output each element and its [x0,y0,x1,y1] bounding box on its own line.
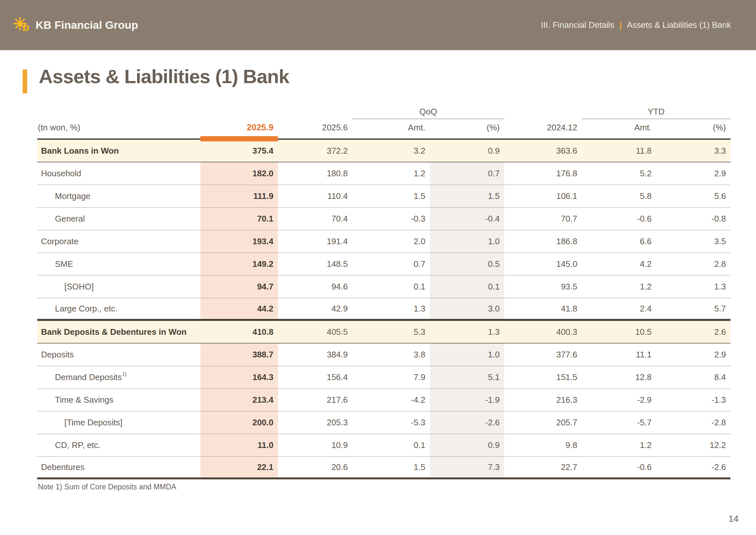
cell-value: -4.2 [352,389,430,411]
cell-value: 1.2 [582,276,656,298]
cell-value: 106.1 [504,185,582,207]
breadcrumb: III. Financial Details | Assets & Liabil… [541,20,731,30]
cell-value: 5.2 [582,162,656,185]
row-label-text: Large Corp., etc. [55,304,118,314]
row-label-text: Mortgage [55,191,91,201]
cell-value: -2.6 [656,457,730,477]
cell-value: 1.5 [430,185,504,207]
cell-value: 405.5 [278,321,352,343]
table-row: Demand Deposits1)164.3156.47.95.1151.512… [37,366,730,389]
title-accent-bar [23,70,27,94]
column-header-qoq-amt: Amt. [352,123,430,133]
kb-logo: ✳ b KB Financial Group [13,16,138,35]
cell-value: 0.7 [430,162,504,185]
footnote: Note 1) Sum of Core Deposits and MMDA [38,483,176,491]
cell-value: 200.0 [201,411,278,434]
column-header-2024-12: 2024.12 [504,123,582,133]
table-row: Large Corp., etc.44.242.91.33.041.82.45.… [37,298,730,321]
cell-value: 70.4 [278,208,352,230]
cell-value: 176.8 [504,162,582,185]
cell-value: -0.6 [582,457,656,477]
cell-value: 0.9 [430,140,504,162]
breadcrumb-section: III. Financial Details [541,20,614,30]
cell-value: 3.2 [352,140,430,162]
table-row: SME149.2148.50.70.5145.04.22.8 [37,253,730,276]
row-label-text: SME [55,259,73,269]
cell-value: -0.4 [430,208,504,230]
page-title: Assets & Liabilities (1) Bank [39,65,289,88]
cell-value: 5.3 [352,321,430,343]
row-label: Mortgage [37,185,201,207]
cell-value: 10.5 [582,321,656,343]
cell-value: 145.0 [504,253,582,275]
table-row: Household182.0180.81.20.7176.85.22.9 [37,162,730,185]
cell-value: 94.6 [278,276,352,298]
row-label-text: CD, RP, etc. [55,440,100,450]
cell-value: 42.9 [278,298,352,319]
row-label-text: [SOHO] [64,282,94,292]
row-label: Bank Deposits & Debentures in Won [37,321,201,343]
cell-value: 384.9 [278,344,352,366]
cell-value: 22.7 [504,457,582,477]
header-bar: ✳ b KB Financial Group III. Financial De… [0,0,756,50]
cell-value: 70.7 [504,208,582,230]
cell-value: 5.1 [430,366,504,388]
cell-value: 3.3 [656,140,730,162]
row-label-text: Deposits [41,350,74,360]
row-label: Demand Deposits1) [37,366,201,388]
cell-value: 205.3 [278,411,352,434]
cell-value: 0.1 [430,276,504,298]
cell-value: 10.9 [278,434,352,456]
cell-value: 110.4 [278,185,352,207]
cell-value: 0.1 [352,434,430,456]
unit-label: (tn won, %) [37,123,201,133]
row-label: Bank Loans in Won [37,140,201,162]
logo-text: KB Financial Group [36,19,138,31]
cell-value: 9.8 [504,434,582,456]
row-label-text: Time & Savings [55,395,114,405]
cell-value: 216.3 [504,389,582,411]
cell-value: 11.0 [201,434,278,456]
column-header-2025-9: 2025.9 [201,123,278,133]
cell-value: 4.2 [582,253,656,275]
cell-value: -2.8 [656,411,730,434]
table-row: Debentures22.120.61.57.322.7-0.6-2.6 [37,457,730,479]
column-header-2025-6: 2025.6 [278,123,352,133]
row-label: Corporate [37,230,201,253]
cell-value: -0.3 [352,208,430,230]
cell-value: 1.0 [430,230,504,253]
cell-value: 363.6 [504,140,582,162]
cell-value: 164.3 [201,366,278,388]
cell-value: -2.6 [430,411,504,434]
cell-value: 377.6 [504,344,582,366]
cell-value: 3.8 [352,344,430,366]
cell-value: 5.7 [656,298,730,319]
row-label-text: Household [41,169,81,179]
cell-value: 2.8 [656,253,730,275]
cell-value: -5.7 [582,411,656,434]
cell-value: -1.9 [430,389,504,411]
cell-value: 93.5 [504,276,582,298]
cell-value: 0.1 [352,276,430,298]
column-header-ytd-amt: Amt. [582,123,656,133]
row-label: [Time Deposits] [37,411,201,434]
cell-value: 1.5 [352,185,430,207]
row-label: General [37,208,201,230]
cell-value: 375.4 [201,140,278,162]
kb-star-icon: ✳ b [13,16,32,35]
row-label: CD, RP, etc. [37,434,201,456]
cell-value: 1.3 [352,298,430,319]
cell-value: 213.4 [201,389,278,411]
cell-value: 5.6 [656,185,730,207]
cell-value: 20.6 [278,457,352,477]
column-header-ytd-pct: (%) [656,123,730,133]
cell-value: 388.7 [201,344,278,366]
cell-value: 44.2 [201,298,278,319]
row-label: Deposits [37,344,201,366]
cell-value: 182.0 [201,162,278,185]
cell-value: 111.9 [201,185,278,207]
row-label: Household [37,162,201,185]
cell-value: 217.6 [278,389,352,411]
cell-value: 151.5 [504,366,582,388]
table-row: Bank Deposits & Debentures in Won410.840… [37,321,730,344]
